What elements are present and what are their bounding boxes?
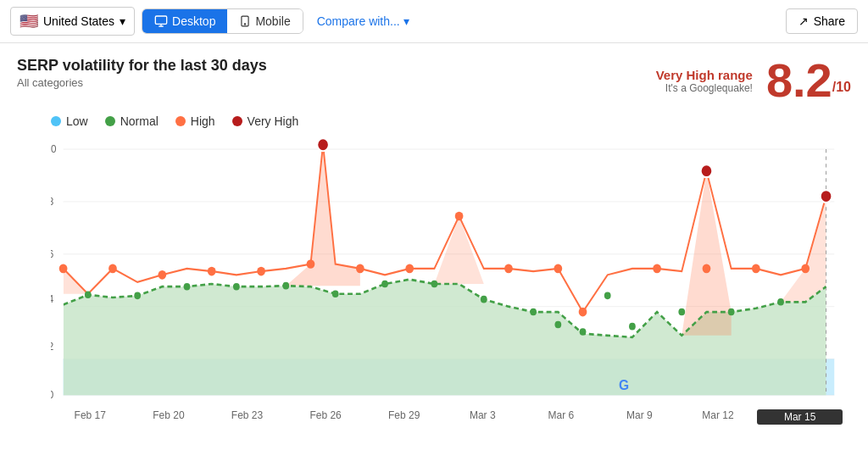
svg-text:6: 6 xyxy=(51,248,53,261)
dot-normal xyxy=(332,290,339,297)
dot-normal xyxy=(233,283,240,291)
country-selector[interactable]: 🇺🇸 United States ▾ xyxy=(10,7,135,36)
desktop-icon xyxy=(154,14,168,28)
dot-normal xyxy=(678,309,685,316)
country-label: United States xyxy=(43,14,114,28)
score-section: Very High range It's a Googlequake! 8.2/… xyxy=(656,57,851,104)
top-bar: 🇺🇸 United States ▾ Desktop Mobile Compar… xyxy=(0,0,868,43)
high-area-2 xyxy=(286,145,360,286)
high-dot xyxy=(175,116,186,126)
high-label: High xyxy=(191,114,215,128)
mobile-label: Mobile xyxy=(255,14,290,28)
dot-high xyxy=(752,264,760,274)
x-label-mar6: Mar 6 xyxy=(522,409,601,425)
x-label-feb26: Feb 26 xyxy=(287,409,365,425)
device-group: Desktop Mobile xyxy=(142,8,303,34)
dot-high xyxy=(108,264,117,274)
dot-high xyxy=(579,308,587,317)
desktop-button[interactable]: Desktop xyxy=(142,9,227,33)
legend-item-high: High xyxy=(175,114,215,128)
high-area-3 xyxy=(434,216,483,284)
dot-very-high xyxy=(701,164,713,177)
dot-high xyxy=(504,264,513,274)
low-dot xyxy=(51,116,61,126)
dot-normal xyxy=(554,321,561,329)
dot-normal xyxy=(431,281,438,288)
google-icon: G xyxy=(619,376,629,392)
dot-normal xyxy=(580,328,587,336)
title-section: SERP volatility for the last 30 days All… xyxy=(17,57,267,89)
page-title: SERP volatility for the last 30 days xyxy=(17,57,267,75)
share-button[interactable]: ↗ Share xyxy=(786,8,858,34)
header-row: SERP volatility for the last 30 days All… xyxy=(17,57,851,104)
svg-text:2: 2 xyxy=(51,340,53,353)
share-icon: ↗ xyxy=(798,14,809,28)
dot-high xyxy=(653,264,661,274)
compare-button[interactable]: Compare with... ▾ xyxy=(310,9,416,33)
mobile-icon xyxy=(239,14,251,28)
dot-high xyxy=(703,264,711,274)
dot-normal xyxy=(530,309,537,316)
dot-normal xyxy=(85,292,92,299)
normal-label: Normal xyxy=(120,114,159,128)
compare-label: Compare with... xyxy=(317,14,400,28)
x-labels: Feb 17 Feb 20 Feb 23 Feb 26 Feb 29 Mar 3… xyxy=(51,409,843,425)
dot-normal xyxy=(184,283,191,291)
dot-high xyxy=(405,264,414,274)
low-label: Low xyxy=(66,114,88,128)
svg-rect-0 xyxy=(155,16,166,24)
chevron-down-icon: ▾ xyxy=(120,14,125,28)
dot-normal xyxy=(134,292,141,300)
mobile-button[interactable]: Mobile xyxy=(227,9,302,33)
dot-normal xyxy=(381,281,388,288)
share-label: Share xyxy=(814,14,845,28)
x-label-mar15: Mar 15 xyxy=(757,409,843,425)
x-label-feb29: Feb 29 xyxy=(364,409,443,425)
legend-item-normal: Normal xyxy=(105,114,159,128)
dot-high xyxy=(801,264,810,274)
legend: Low Normal High Very High xyxy=(51,114,851,128)
very-high-label: Very High xyxy=(248,114,299,128)
desktop-label: Desktop xyxy=(172,14,215,28)
chevron-down-icon2: ▾ xyxy=(403,14,409,28)
dot-high xyxy=(307,259,315,269)
chart-area: 10 8 6 4 2 0 xyxy=(51,135,843,406)
dot-high xyxy=(208,267,216,276)
dot-high xyxy=(59,264,68,274)
dot-normal xyxy=(481,296,487,303)
dot-high xyxy=(158,270,166,280)
dot-normal xyxy=(629,323,636,331)
score-display: 8.2/10 xyxy=(766,57,851,104)
x-label-mar3: Mar 3 xyxy=(443,409,522,425)
main-content: SERP volatility for the last 30 days All… xyxy=(0,43,868,425)
normal-dot xyxy=(105,116,115,126)
x-label-feb23: Feb 23 xyxy=(208,409,287,425)
legend-item-low: Low xyxy=(51,114,88,128)
high-area-4 xyxy=(682,171,731,336)
x-label-feb20: Feb 20 xyxy=(130,409,209,425)
dot-high xyxy=(356,264,364,274)
dot-very-high xyxy=(317,138,329,151)
sub-text: It's a Googlequake! xyxy=(656,82,753,94)
x-label-feb17: Feb 17 xyxy=(51,409,130,425)
score-label: Very High range It's a Googlequake! xyxy=(656,68,753,94)
dot-high xyxy=(257,267,265,276)
subtitle: All categories xyxy=(17,76,267,89)
svg-text:4: 4 xyxy=(51,293,53,306)
dot-normal xyxy=(604,292,611,300)
dot-very-high xyxy=(821,190,832,203)
very-high-dot xyxy=(232,116,242,126)
chart-svg: 10 8 6 4 2 0 xyxy=(51,135,843,406)
score-denom: /10 xyxy=(832,80,851,94)
dot-normal xyxy=(728,309,735,316)
svg-text:8: 8 xyxy=(51,196,53,208)
dot-high xyxy=(455,212,464,221)
legend-item-very-high: Very High xyxy=(232,114,299,128)
svg-text:10: 10 xyxy=(51,143,57,156)
x-label-mar9: Mar 9 xyxy=(600,409,679,425)
flag-icon: 🇺🇸 xyxy=(19,12,38,31)
score-number: 8.2 xyxy=(766,53,832,107)
dot-normal xyxy=(282,282,289,290)
svg-text:0: 0 xyxy=(51,389,53,402)
svg-point-2 xyxy=(245,24,246,25)
